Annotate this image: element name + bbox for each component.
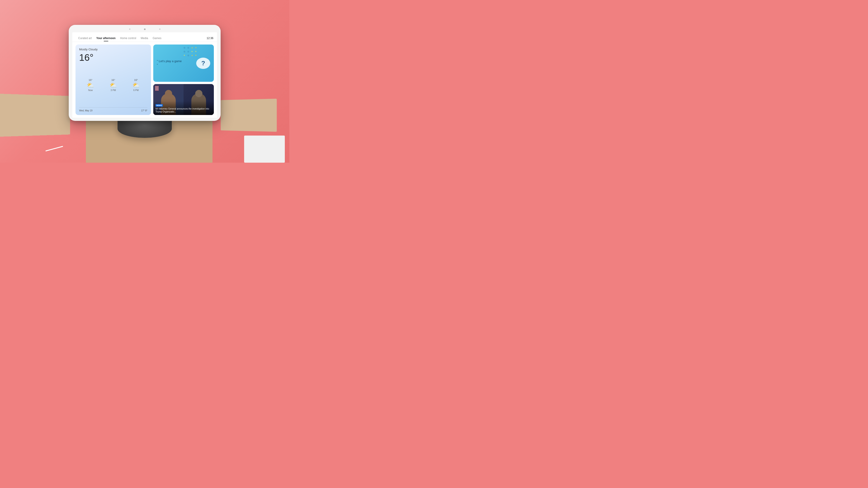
google-home-hub: Curated art Your afternoon Home control … [69, 25, 221, 138]
nav-tabs: Curated art Your afternoon Home control … [72, 32, 217, 42]
clock-display: 12:36 [207, 37, 213, 40]
forecast-6pm-temp: 16° [134, 78, 138, 81]
bg-box-left [0, 94, 70, 137]
weather-range: 17° 8° [141, 109, 147, 112]
forecast-6pm: 16° ⛅ 6 PM [125, 78, 147, 92]
person-head-right [195, 90, 202, 97]
weather-card[interactable]: Mostly Cloudy 16° 16° ⛅ Now 16° ⛅ [75, 44, 151, 115]
forecast-now: 16° ⛅ Now [79, 78, 102, 92]
game-card[interactable]: ❄ ❄ ✦ ✦ ❄ ❄ ★ ★ ★ ❄ ✦ ★ [153, 44, 214, 82]
frame-sensors [72, 29, 217, 30]
speaker-base [118, 120, 172, 138]
right-decorations [266, 116, 271, 129]
tab-media[interactable]: Media [138, 35, 151, 41]
weather-temp-main: 16° [79, 53, 147, 62]
forecast-3pm-label: 3 PM [111, 89, 116, 92]
forecast-3pm-icon: ⛅ [110, 82, 117, 88]
sensor-left [129, 29, 130, 30]
forecast-now-icon: ⛅ [87, 82, 94, 88]
forecast-3pm: 16° ⛅ 3 PM [102, 78, 125, 92]
news-source-badge: NEWS [156, 104, 163, 107]
news-overlay: NEWS NY Attorney General announces the i… [153, 101, 214, 115]
forecast-6pm-icon: ⛅ [132, 82, 140, 88]
flag-decoration [155, 86, 159, 91]
forecast-3pm-temp: 16° [112, 78, 115, 81]
tab-your-afternoon[interactable]: Your afternoon [94, 35, 118, 41]
question-mark: ? [201, 60, 205, 67]
game-text: Let's play a game [157, 59, 182, 67]
tab-games[interactable]: Games [150, 35, 164, 41]
news-headline: NY Attorney General announces the invest… [156, 107, 212, 113]
weather-footer: Wed, May 19 17° 8° [79, 109, 147, 112]
sensor-right [159, 29, 160, 30]
game-decorations: ❄ ❄ ✦ ✦ ❄ ❄ ★ ★ ★ ❄ ✦ ★ [183, 46, 198, 57]
right-column: ❄ ❄ ✦ ✦ ❄ ❄ ★ ★ ★ ❄ ✦ ★ [153, 44, 214, 115]
forecast-6pm-label: 6 PM [133, 89, 138, 92]
person-head-left [165, 90, 172, 97]
news-card[interactable]: NEWS NY Attorney General announces the i… [153, 84, 214, 115]
device-frame: Curated art Your afternoon Home control … [69, 25, 221, 121]
weather-condition: Mostly Cloudy [79, 48, 147, 51]
bubble-shape: ? [196, 58, 210, 69]
forecast-now-temp: 16° [89, 78, 92, 81]
tab-home-control[interactable]: Home control [118, 35, 138, 41]
game-speech-bubble: ? [196, 58, 210, 69]
camera-sensor [144, 29, 146, 30]
content-area: Mostly Cloudy 16° 16° ⛅ Now 16° ⛅ [72, 42, 217, 118]
device-screen: Curated art Your afternoon Home control … [72, 32, 217, 118]
weather-date: Wed, May 19 [79, 109, 92, 112]
weather-forecast: 16° ⛅ Now 16° ⛅ 3 PM 16° [79, 65, 147, 105]
tab-curated-art[interactable]: Curated art [76, 35, 94, 41]
white-box-decoration [244, 135, 285, 163]
forecast-now-label: Now [88, 89, 93, 92]
